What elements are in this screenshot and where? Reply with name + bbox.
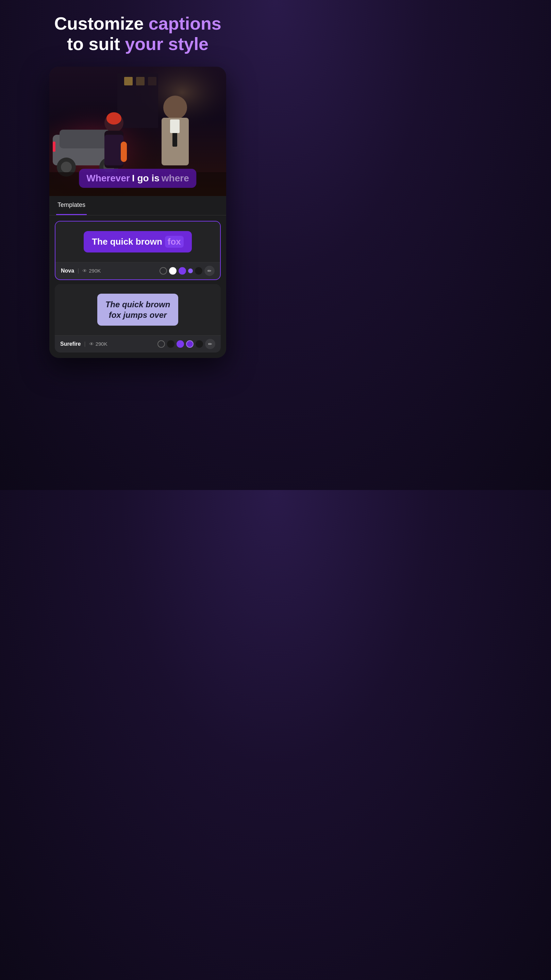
nova-swatches: ✏ bbox=[159, 266, 214, 276]
nova-caption-text: The quick brown fox bbox=[92, 236, 184, 248]
nova-edit-button[interactable]: ✏ bbox=[205, 266, 214, 276]
nova-text-plain: The quick brown bbox=[92, 237, 162, 247]
surefire-name-section: Surefire | 👁 290K bbox=[60, 341, 108, 347]
swatch-purple-nova[interactable] bbox=[179, 267, 186, 275]
svg-point-10 bbox=[61, 162, 72, 172]
nova-divider: | bbox=[78, 268, 79, 274]
nova-name: Nova bbox=[61, 268, 74, 274]
swatch-ghost-surefire[interactable] bbox=[157, 340, 165, 348]
swatch-dark-nova[interactable] bbox=[195, 267, 202, 275]
caption-word3: where bbox=[162, 173, 189, 184]
template-card-surefire[interactable]: The quick brown fox jumps over Surefire … bbox=[55, 284, 221, 353]
surefire-views: 👁 290K bbox=[89, 341, 108, 347]
surefire-line1: The quick brown bbox=[105, 300, 170, 309]
svg-point-19 bbox=[163, 95, 187, 119]
surefire-preview: The quick brown fox jumps over bbox=[55, 284, 221, 335]
nova-preview: The quick brown fox bbox=[56, 221, 220, 262]
surefire-caption-text: The quick brown fox jumps over bbox=[105, 299, 170, 320]
surefire-edit-button[interactable]: ✏ bbox=[205, 339, 215, 349]
surefire-swatches: ✏ bbox=[157, 339, 215, 349]
svg-rect-17 bbox=[105, 135, 124, 165]
svg-rect-22 bbox=[170, 119, 179, 133]
surefire-footer: Surefire | 👁 290K ✏ bbox=[55, 335, 221, 353]
surefire-views-count: 290K bbox=[95, 341, 108, 347]
caption-word2: I go is bbox=[132, 173, 159, 184]
svg-rect-4 bbox=[124, 77, 133, 86]
nova-name-section: Nova | 👁 290K bbox=[61, 268, 101, 274]
eye-icon: 👁 bbox=[82, 268, 87, 274]
nova-views: 👁 290K bbox=[82, 268, 101, 274]
eye-icon-surefire: 👁 bbox=[89, 341, 94, 347]
caption-overlay: Wherever I go is where bbox=[79, 169, 196, 188]
nova-views-count: 290K bbox=[89, 268, 101, 274]
swatch-purple-surefire[interactable] bbox=[176, 340, 184, 348]
headline-line2: to suit bbox=[67, 34, 125, 54]
headline-line1-accent: captions bbox=[149, 14, 221, 33]
swatch-purple2-surefire[interactable] bbox=[186, 340, 194, 348]
nova-caption: The quick brown fox bbox=[84, 231, 192, 253]
headline: Customize captions to suit your style bbox=[54, 14, 221, 54]
caption-word1: Wherever bbox=[86, 173, 130, 184]
surefire-caption: The quick brown fox jumps over bbox=[97, 294, 179, 326]
svg-rect-18 bbox=[121, 142, 127, 162]
svg-rect-5 bbox=[136, 77, 144, 86]
nova-footer: Nova | 👁 290K ✏ bbox=[56, 262, 220, 279]
tabs-bar: Templates bbox=[49, 196, 226, 215]
video-preview: Wherever I go is where bbox=[49, 67, 226, 196]
phone-card: Wherever I go is where Templates The qui… bbox=[49, 67, 226, 358]
nova-text-fox: fox bbox=[165, 236, 184, 248]
swatch-dark1-surefire[interactable] bbox=[167, 340, 175, 348]
svg-rect-8 bbox=[60, 130, 111, 148]
swatch-dark2-surefire[interactable] bbox=[195, 340, 203, 348]
caption-text: Wherever I go is where bbox=[86, 173, 189, 184]
templates-area: The quick brown fox Nova | 👁 290K bbox=[49, 215, 226, 358]
surefire-divider: | bbox=[84, 341, 86, 347]
headline-line2-accent: your style bbox=[125, 34, 208, 54]
svg-rect-6 bbox=[148, 77, 156, 86]
swatch-ghost-nova[interactable] bbox=[159, 267, 167, 275]
surefire-line2: fox jumps over bbox=[109, 310, 167, 320]
svg-rect-13 bbox=[53, 142, 56, 152]
surefire-name: Surefire bbox=[60, 341, 81, 347]
headline-line1-plain: Customize bbox=[54, 14, 148, 33]
tab-templates[interactable]: Templates bbox=[56, 196, 87, 215]
swatch-small-nova[interactable] bbox=[188, 269, 193, 273]
svg-point-15 bbox=[106, 112, 121, 124]
swatch-white-nova[interactable] bbox=[169, 267, 176, 275]
template-card-nova[interactable]: The quick brown fox Nova | 👁 290K bbox=[55, 221, 221, 280]
